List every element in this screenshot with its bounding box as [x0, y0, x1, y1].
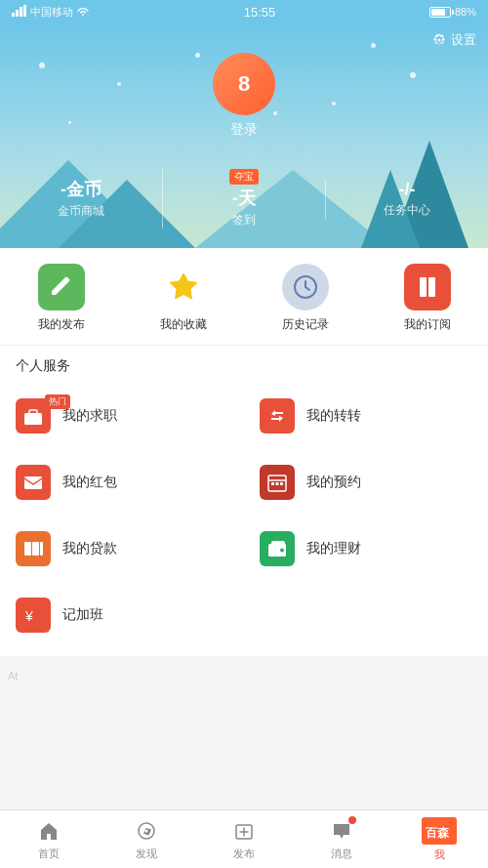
svg-text:¥: ¥: [24, 608, 33, 624]
tab-bar: 首页 发现 发布 消息: [0, 809, 488, 868]
stat-coins[interactable]: -金币 金币商城: [0, 178, 162, 220]
svg-rect-6: [420, 277, 427, 297]
gear-icon: [431, 32, 447, 48]
tab-profile[interactable]: 百森 我: [390, 811, 488, 868]
tab-publish-label: 发布: [233, 847, 255, 861]
svg-rect-2: [20, 7, 22, 17]
service-item-overtime[interactable]: ¥ 记加班: [0, 586, 244, 644]
personal-service-section: 个人服务 我的求职 热门: [0, 346, 488, 656]
stat-signin-value: -天: [232, 186, 256, 210]
hero-section: 设置 8 登录 -金币 金币商城 夺宝 -天 签到: [0, 23, 488, 248]
personal-service-title: 个人服务: [0, 346, 488, 383]
stat-signin[interactable]: 夺宝 -天 签到: [162, 169, 325, 228]
tab-messages-label: 消息: [331, 847, 352, 861]
calendar-icon: [260, 465, 295, 500]
envelope-icon: [16, 465, 51, 500]
service-row-3: 我的贷款 我的理财: [0, 516, 488, 582]
service-label-transfer: 我的转转: [306, 407, 361, 425]
settings-button[interactable]: 设置: [431, 31, 476, 49]
service-item-redpacket[interactable]: 我的红包: [0, 453, 244, 512]
svg-rect-3: [23, 5, 26, 17]
star-icon: [160, 264, 207, 310]
tab-publish[interactable]: 发布: [195, 812, 293, 867]
quick-actions-row: 我的发布 我的收藏 历史记录: [0, 248, 488, 346]
svg-rect-13: [271, 482, 274, 485]
service-row-4: ¥ 记加班: [0, 582, 488, 648]
svg-rect-17: [32, 542, 39, 556]
main-scroll: 设置 8 登录 -金币 金币商城 夺宝 -天 签到: [0, 23, 488, 809]
tab-discover[interactable]: 发现: [98, 812, 195, 867]
home-icon: [36, 818, 61, 844]
svg-rect-11: [24, 476, 42, 489]
service-row-2: 我的红包 我的预约: [0, 449, 488, 516]
time-display: 15:55: [244, 5, 276, 20]
service-row-1: 我的求职 热门 我的转转: [0, 383, 488, 449]
service-item-transfer[interactable]: 我的转转: [244, 387, 488, 445]
publish-icon: [231, 818, 257, 844]
tab-messages[interactable]: 消息: [293, 812, 390, 867]
loan-icon: [16, 531, 51, 566]
tab-profile-label: 我: [434, 847, 445, 862]
svg-rect-7: [428, 277, 435, 297]
wallet-icon: [260, 531, 295, 566]
avatar[interactable]: 8: [213, 53, 275, 115]
service-label-job: 我的求职: [62, 407, 117, 425]
svg-rect-0: [12, 13, 15, 17]
svg-rect-15: [280, 482, 283, 485]
baisen-logo: 百森: [420, 817, 459, 845]
settings-label: 设置: [451, 31, 476, 49]
quick-label-posts: 我的发布: [38, 316, 85, 333]
hot-badge: 热门: [45, 394, 70, 409]
quick-item-history[interactable]: 历史记录: [244, 264, 366, 333]
avatar-section[interactable]: 8 登录: [213, 53, 275, 139]
svg-point-23: [145, 829, 148, 832]
service-label-finance: 我的理财: [306, 540, 361, 558]
watermark-text: At: [8, 670, 18, 682]
service-item-empty: [244, 586, 488, 644]
quick-label-subscribe: 我的订阅: [404, 316, 451, 333]
svg-rect-16: [24, 542, 31, 556]
stat-tasks-label: 任务中心: [384, 202, 430, 219]
clock-icon: [282, 264, 329, 310]
quick-item-favorites[interactable]: 我的收藏: [122, 264, 244, 333]
status-bar: 中国移动 15:55 88%: [0, 0, 488, 23]
watermark-area: At: [0, 656, 488, 695]
overtime-icon: ¥: [16, 598, 51, 633]
svg-rect-14: [276, 482, 279, 485]
stats-row: -金币 金币商城 夺宝 -天 签到 -/- 任务中心: [0, 169, 488, 228]
stat-badge: 夺宝: [229, 169, 259, 185]
quick-label-favorites: 我的收藏: [160, 316, 207, 333]
service-item-appointment[interactable]: 我的预约: [244, 453, 488, 512]
svg-text:百森: 百森: [426, 826, 450, 840]
svg-rect-9: [29, 410, 37, 414]
login-label: 登录: [230, 121, 258, 139]
tab-home-label: 首页: [38, 847, 60, 861]
stat-signin-label: 签到: [232, 212, 256, 228]
carrier-label: 中国移动: [30, 5, 73, 20]
transfer-icon: [260, 398, 295, 434]
tab-home[interactable]: 首页: [0, 812, 98, 867]
stat-coins-label: 金币商城: [58, 203, 104, 220]
message-icon: [329, 818, 354, 844]
battery-percentage: 88%: [455, 6, 476, 18]
service-item-loan[interactable]: 我的贷款: [0, 519, 244, 578]
service-item-job[interactable]: 我的求职 热门: [0, 387, 244, 445]
status-right: 88%: [429, 6, 476, 18]
service-item-finance[interactable]: 我的理财: [244, 519, 488, 578]
stat-tasks[interactable]: -/- 任务中心: [325, 180, 488, 219]
svg-rect-18: [40, 542, 43, 556]
svg-rect-8: [24, 413, 42, 425]
bookmark-icon: [404, 264, 451, 310]
service-label-overtime: 记加班: [62, 606, 103, 624]
signal-icon: [12, 5, 27, 19]
quick-item-posts[interactable]: 我的发布: [0, 264, 122, 333]
quick-item-subscribe[interactable]: 我的订阅: [366, 264, 488, 333]
status-left: 中国移动: [12, 5, 90, 20]
quick-label-history: 历史记录: [282, 316, 329, 333]
svg-point-20: [280, 549, 284, 553]
service-label-appointment: 我的预约: [306, 474, 361, 491]
avatar-number: 8: [238, 71, 250, 97]
battery-icon: [429, 6, 451, 18]
tab-discover-label: 发现: [136, 847, 157, 861]
svg-rect-1: [16, 10, 19, 17]
